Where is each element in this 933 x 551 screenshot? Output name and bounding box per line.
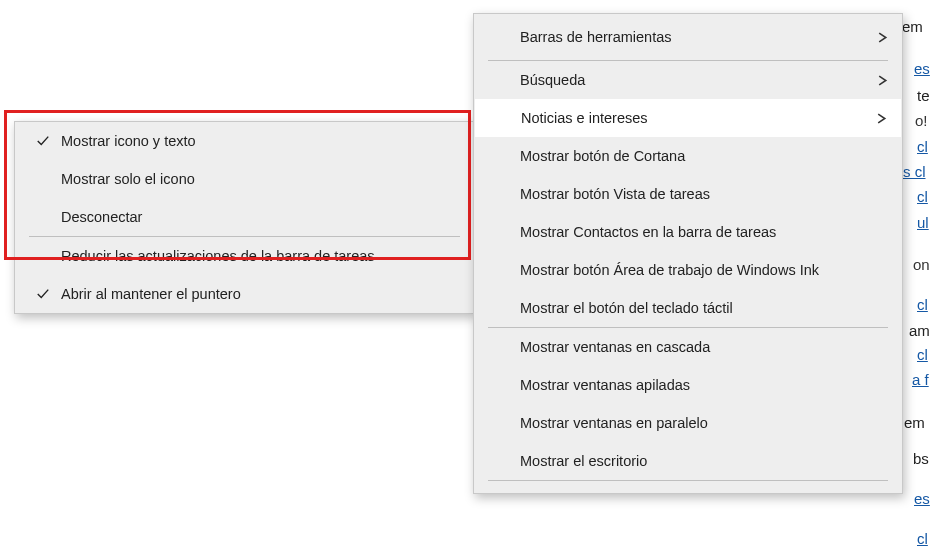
menu-item-label: Mostrar Contactos en la barra de tareas [520, 224, 888, 240]
menu-item-label: Búsqueda [520, 72, 860, 88]
bg-text: cl [917, 188, 928, 205]
menu-item-show-icon-and-text[interactable]: Mostrar icono y texto [15, 122, 474, 160]
menu-item-label: Mostrar botón Vista de tareas [520, 186, 888, 202]
menu-item-label: Reducir las actualizaciones de la barra … [61, 248, 460, 264]
menu-item-reduce-updates[interactable]: Reducir las actualizaciones de la barra … [15, 237, 474, 275]
bg-text: em [904, 414, 925, 431]
bg-text: s cl [903, 163, 926, 180]
menu-item-disconnect[interactable]: Desconectar [15, 198, 474, 236]
menu-item-stacked-windows[interactable]: Mostrar ventanas apiladas [474, 366, 902, 404]
bg-text: on [913, 256, 930, 273]
menu-item-label: Mostrar ventanas apiladas [520, 377, 888, 393]
menu-item-label: Mostrar el escritorio [520, 453, 888, 469]
menu-item-label: Noticias e intereses [521, 110, 859, 126]
bg-text: cl [917, 530, 928, 547]
bg-text: cl [917, 296, 928, 313]
menu-item-label: Desconectar [61, 209, 460, 225]
bg-text: es [914, 60, 930, 77]
bg-text: bs [913, 450, 929, 467]
menu-item-search[interactable]: Búsqueda [474, 61, 902, 99]
bg-text: a f [912, 371, 929, 388]
menu-item-label: Mostrar botón de Cortana [520, 148, 888, 164]
menu-item-label: Mostrar solo el icono [61, 171, 460, 187]
bg-text: te [917, 87, 930, 104]
check-icon [25, 287, 61, 301]
menu-item-touch-keyboard-button[interactable]: Mostrar el botón del teclado táctil [474, 289, 902, 327]
menu-item-label: Mostrar ventanas en cascada [520, 339, 888, 355]
menu-item-show-icon-only[interactable]: Mostrar solo el icono [15, 160, 474, 198]
bg-text: cl [917, 346, 928, 363]
left-context-menu: Mostrar icono y texto Mostrar solo el ic… [14, 121, 475, 314]
menu-item-label: Mostrar icono y texto [61, 133, 460, 149]
bg-text: es [914, 490, 930, 507]
menu-item-side-by-side-windows[interactable]: Mostrar ventanas en paralelo [474, 404, 902, 442]
menu-item-show-desktop[interactable]: Mostrar el escritorio [474, 442, 902, 480]
menu-item-open-on-hover[interactable]: Abrir al mantener el puntero [15, 275, 474, 313]
menu-item-task-view-button[interactable]: Mostrar botón Vista de tareas [474, 175, 902, 213]
right-context-menu: Barras de herramientas Búsqueda Noticias… [473, 13, 903, 494]
menu-item-news-and-interests[interactable]: Noticias e intereses [475, 99, 901, 137]
menu-item-windows-ink-button[interactable]: Mostrar botón Área de trabajo de Windows… [474, 251, 902, 289]
menu-item-toolbars[interactable]: Barras de herramientas [474, 14, 902, 60]
bg-text: cl [917, 138, 928, 155]
chevron-right-icon [859, 113, 887, 124]
bg-text: o! [915, 112, 928, 129]
chevron-right-icon [860, 32, 888, 43]
bg-text: em [902, 18, 923, 35]
menu-item-label: Barras de herramientas [520, 29, 860, 45]
menu-item-label: Mostrar el botón del teclado táctil [520, 300, 888, 316]
check-icon [25, 134, 61, 148]
menu-item-cascade-windows[interactable]: Mostrar ventanas en cascada [474, 328, 902, 366]
menu-item-label: Abrir al mantener el puntero [61, 286, 460, 302]
menu-item-label: Mostrar ventanas en paralelo [520, 415, 888, 431]
menu-item-cortana-button[interactable]: Mostrar botón de Cortana [474, 137, 902, 175]
bg-text: ul [917, 214, 929, 231]
menu-item-people-taskbar[interactable]: Mostrar Contactos en la barra de tareas [474, 213, 902, 251]
menu-item-label: Mostrar botón Área de trabajo de Windows… [520, 262, 888, 278]
chevron-right-icon [860, 75, 888, 86]
bg-text: am [909, 322, 930, 339]
